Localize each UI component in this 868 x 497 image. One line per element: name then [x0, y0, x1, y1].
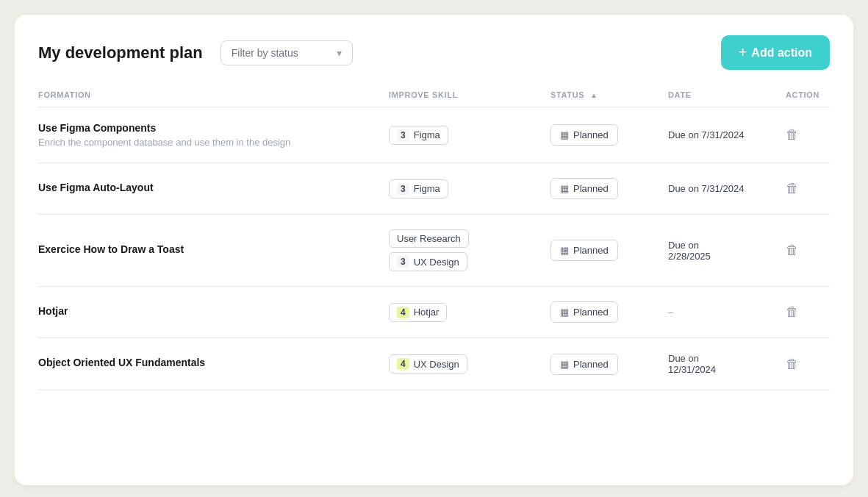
row-formation: Use Figma Auto-Layout: [38, 182, 389, 196]
skill-cell: 4 UX Design: [389, 354, 550, 373]
delete-button[interactable]: 🗑: [786, 243, 799, 258]
action-cell: 🗑: [786, 181, 830, 196]
chevron-down-icon: ▾: [337, 47, 342, 59]
delete-button[interactable]: 🗑: [786, 304, 799, 320]
row-formation: Exercice How to Draw a Toast: [38, 243, 389, 258]
row-title: Use Figma Auto-Layout: [38, 182, 389, 193]
row-formation: Hotjar: [38, 305, 389, 320]
skill-tag: 3 Figma: [389, 126, 448, 145]
level-badge: 3: [397, 129, 409, 141]
column-status[interactable]: STATUS ▲: [550, 90, 668, 99]
row-title: Hotjar: [38, 305, 389, 317]
skill-label: Figma: [414, 129, 440, 140]
action-cell: 🗑: [786, 304, 830, 320]
date-cell: –: [668, 307, 786, 318]
status-label: Planned: [573, 183, 609, 194]
column-action: ACTION: [786, 90, 830, 99]
status-label: Planned: [573, 307, 609, 318]
status-label: Planned: [573, 129, 609, 140]
status-cell: ▦ Planned: [550, 354, 668, 375]
calendar-icon: ▦: [560, 129, 569, 140]
row-title: Object Oriented UX Fundamentals: [38, 357, 389, 368]
calendar-icon: ▦: [560, 359, 569, 370]
delete-button[interactable]: 🗑: [786, 127, 799, 143]
filter-label: Filter by status: [232, 47, 298, 59]
status-badge: ▦ Planned: [550, 240, 618, 261]
status-badge: ▦ Planned: [550, 124, 618, 146]
action-cell: 🗑: [786, 127, 830, 143]
column-formation: FORMATION: [38, 90, 389, 99]
row-formation: Use Figma Components Enrich the componen…: [38, 122, 389, 148]
skill-cell: 3 Figma: [389, 126, 550, 145]
delete-button[interactable]: 🗑: [786, 357, 799, 372]
calendar-icon: ▦: [560, 245, 569, 256]
skill-cell: User Research 3 UX Design: [389, 229, 550, 271]
skill-tag: 3 Figma: [389, 179, 448, 199]
status-badge: ▦ Planned: [550, 301, 618, 323]
skill-cell: 4 Hotjar: [389, 303, 550, 322]
header: My development plan Filter by status ▾ +…: [38, 35, 830, 70]
level-badge: 4: [397, 307, 409, 318]
calendar-icon: ▦: [560, 183, 569, 194]
table-row: Use Figma Components Enrich the componen…: [38, 107, 830, 163]
header-left: My development plan Filter by status ▾: [38, 40, 353, 65]
table-header: FORMATION IMPROVE SKILL STATUS ▲ DATE AC…: [38, 90, 830, 107]
add-action-label: Add action: [751, 46, 812, 60]
table-row: Use Figma Auto-Layout 3 Figma ▦ Planned …: [38, 163, 830, 215]
skill-tag: 3 UX Design: [389, 252, 467, 271]
status-label: Planned: [573, 245, 609, 256]
status-cell: ▦ Planned: [550, 124, 668, 146]
table-row: Hotjar 4 Hotjar ▦ Planned – 🗑: [38, 287, 830, 338]
main-card: My development plan Filter by status ▾ +…: [15, 15, 853, 485]
skill-label: Figma: [414, 183, 440, 194]
add-action-button[interactable]: + Add action: [721, 35, 830, 70]
calendar-icon: ▦: [560, 307, 569, 318]
status-cell: ▦ Planned: [550, 301, 668, 323]
skill-tag: 4 Hotjar: [389, 303, 447, 322]
column-improve-skill: IMPROVE SKILL: [389, 90, 550, 99]
row-formation: Object Oriented UX Fundamentals: [38, 357, 389, 371]
date-cell: Due on 7/31/2024: [668, 183, 786, 194]
skill-label: User Research: [397, 233, 461, 244]
row-subtitle: Enrich the component database and use th…: [38, 137, 389, 148]
level-badge: 4: [397, 358, 409, 370]
status-cell: ▦ Planned: [550, 178, 668, 199]
skill-label: Hotjar: [414, 307, 440, 318]
level-badge: 3: [397, 183, 409, 195]
page-title: My development plan: [38, 43, 203, 62]
table-row: Exercice How to Draw a Toast User Resear…: [38, 215, 830, 287]
status-label: STATUS: [550, 90, 584, 99]
delete-button[interactable]: 🗑: [786, 181, 799, 196]
row-title: Exercice How to Draw a Toast: [38, 243, 389, 255]
status-label: Planned: [573, 359, 609, 370]
action-cell: 🗑: [786, 243, 830, 258]
status-badge: ▦ Planned: [550, 354, 618, 375]
row-title: Use Figma Components: [38, 122, 389, 134]
table-row: Object Oriented UX Fundamentals 4 UX Des…: [38, 338, 830, 390]
sort-asc-icon: ▲: [590, 91, 598, 99]
status-badge: ▦ Planned: [550, 178, 618, 199]
skill-label: UX Design: [414, 359, 459, 370]
action-cell: 🗑: [786, 357, 830, 372]
skill-tag-user-research: User Research: [389, 229, 469, 248]
skill-label: UX Design: [414, 257, 459, 268]
filter-dropdown[interactable]: Filter by status ▾: [220, 40, 353, 65]
status-cell: ▦ Planned: [550, 240, 668, 261]
date-cell: Due on 7/31/2024: [668, 129, 786, 140]
skill-tag: 4 UX Design: [389, 354, 467, 373]
date-cell: Due on12/31/2024: [668, 353, 786, 375]
skill-cell: 3 Figma: [389, 179, 550, 199]
column-date: DATE: [668, 90, 786, 99]
plus-icon: +: [739, 44, 747, 61]
date-cell: Due on2/28/2025: [668, 240, 786, 262]
level-badge: 3: [397, 256, 409, 268]
